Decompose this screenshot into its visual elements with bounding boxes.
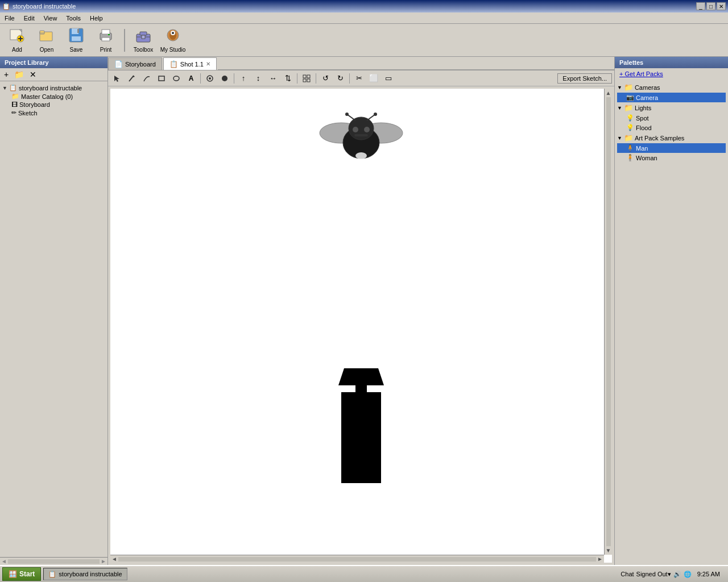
export-sketch-button[interactable]: Export Sketch... <box>557 73 612 84</box>
svg-rect-33 <box>307 75 310 78</box>
flood-label: Flood <box>636 124 652 131</box>
move-lr-tool[interactable]: ↔ <box>266 72 280 85</box>
camera-icon: 📷 <box>626 94 634 101</box>
palette-man-item[interactable]: 🧍 Man <box>617 143 726 153</box>
cursor-tool[interactable] <box>110 72 124 85</box>
menu-edit[interactable]: Edit <box>19 14 39 23</box>
fill-ring-tool[interactable] <box>203 72 217 85</box>
minimize-button[interactable]: _ <box>696 2 705 10</box>
library-toolbar: + 📁 ✕ <box>0 68 107 81</box>
tree-root[interactable]: ▼ 📋 storyboard instructable <box>2 84 105 92</box>
svg-point-42 <box>364 127 370 132</box>
move-updown-tool[interactable]: ↕ <box>251 72 265 85</box>
folder-button[interactable]: 📁 <box>13 69 26 80</box>
open-icon <box>39 27 55 45</box>
palette-camera-item[interactable]: 📷 Camera <box>617 93 726 102</box>
close-button[interactable]: ✕ <box>717 2 726 10</box>
maximize-button[interactable]: □ <box>706 2 715 10</box>
palette-flood-light[interactable]: 💡 Flood <box>617 123 726 132</box>
undo-button[interactable]: ↺ <box>318 72 332 85</box>
palette-lights-folder[interactable]: ▼ 📁 Lights <box>617 102 726 113</box>
catalog-icon: 📁 <box>11 93 19 100</box>
svg-rect-7 <box>40 31 44 33</box>
mystudio-button[interactable]: My Studio <box>159 26 187 55</box>
svg-rect-50 <box>341 392 381 483</box>
palettes-title: Palettes <box>619 59 643 66</box>
palette-artpack-folder[interactable]: ▼ 📁 Art Pack Samples <box>617 132 726 143</box>
palette-woman-item[interactable]: 🧍 Woman <box>617 153 726 163</box>
tree-sketch[interactable]: ✏ Sketch <box>2 109 105 117</box>
horizontal-canvas-scrollbar[interactable]: ◄ ► <box>110 555 604 563</box>
project-tree: ▼ 📋 storyboard instructable 📁 Master Cat… <box>0 81 107 557</box>
move-up-tool[interactable]: ↑ <box>237 72 250 85</box>
storyboard-icon: 🎞 <box>11 101 18 108</box>
paste-button[interactable]: ▭ <box>382 72 395 85</box>
fill-tool[interactable] <box>218 72 231 85</box>
chat-label: Chat <box>621 571 634 577</box>
save-icon <box>68 27 84 45</box>
svg-rect-27 <box>159 76 164 81</box>
clock: 9:25 AM <box>694 569 723 579</box>
woman-label: Woman <box>636 155 657 161</box>
svg-marker-48 <box>338 368 384 385</box>
menu-tools[interactable]: Tools <box>61 14 85 23</box>
menu-file[interactable]: File <box>0 14 19 23</box>
svg-point-30 <box>209 77 211 80</box>
taskbar-app-item[interactable]: 📋 storyboard instructable <box>43 568 127 580</box>
menu-help[interactable]: Help <box>85 14 107 23</box>
title-bar: 📋 storyboard instructable _ □ ✕ <box>0 0 728 13</box>
svg-rect-40 <box>354 134 368 136</box>
toolbox-label: Toolbox <box>134 47 153 53</box>
tree-storyboard[interactable]: 🎞 Storyboard <box>2 101 105 109</box>
tool-separator-4 <box>316 73 316 84</box>
toolbar: Add Open Save <box>0 24 728 57</box>
text-tool[interactable]: A <box>184 72 198 85</box>
palette-spot-light[interactable]: 💡 Spot <box>617 113 726 123</box>
group-tool[interactable] <box>300 72 313 85</box>
man-silhouette <box>336 368 387 494</box>
spot-label: Spot <box>636 115 649 122</box>
rotate-tool[interactable]: ⇅ <box>281 72 295 85</box>
artpack-label: Art Pack Samples <box>635 135 684 142</box>
tab-close-button[interactable]: ✕ <box>206 61 210 67</box>
camera-label: Camera <box>636 94 658 101</box>
ellipse-tool[interactable] <box>169 72 183 85</box>
tab-shot[interactable]: 📋 Shot 1.1 ✕ <box>163 57 217 70</box>
cut-button[interactable]: ✂ <box>352 72 366 85</box>
rect-tool[interactable] <box>155 72 168 85</box>
pen-tool[interactable] <box>140 72 154 85</box>
print-icon <box>98 27 114 45</box>
copy-button[interactable]: ⬜ <box>367 72 380 85</box>
vertical-scrollbar[interactable]: ▲ ▼ <box>604 89 612 555</box>
add-item-button[interactable]: + <box>2 69 10 80</box>
get-art-packs-link[interactable]: + Get Art Packs <box>615 68 728 80</box>
svg-point-41 <box>353 127 358 132</box>
start-button[interactable]: 🪟 Start <box>2 567 41 581</box>
delete-item-button[interactable]: ✕ <box>28 69 38 80</box>
tree-master-catalog[interactable]: 📁 Master Catalog (0) <box>2 92 105 101</box>
taskbar: 🪟 Start 📋 storyboard instructable Chat S… <box>0 565 728 582</box>
tool-separator-5 <box>349 73 350 84</box>
horizontal-scrollbar[interactable]: ◄ ► <box>0 557 107 565</box>
open-button[interactable]: Open <box>33 26 60 55</box>
cameras-folder-icon: 📁 <box>624 83 633 92</box>
cameras-expand-icon: ▼ <box>617 85 622 90</box>
palette-cameras-folder[interactable]: ▼ 📁 Cameras <box>617 82 726 93</box>
svg-rect-15 <box>108 34 110 35</box>
taskbar-app-icon: 📋 <box>48 571 56 578</box>
svg-marker-24 <box>114 76 119 82</box>
print-button[interactable]: Print <box>92 26 119 55</box>
add-button[interactable]: Add <box>3 26 31 55</box>
menu-view[interactable]: View <box>39 14 62 23</box>
network-icon: 🌐 <box>684 571 692 578</box>
start-label: Start <box>19 570 35 578</box>
toolbox-button[interactable]: Toolbox <box>130 26 157 55</box>
pencil-tool[interactable] <box>125 72 139 85</box>
svg-rect-13 <box>102 30 110 34</box>
save-button[interactable]: Save <box>63 26 90 55</box>
palettes-header: Palettes <box>615 57 728 68</box>
svg-point-47 <box>374 113 377 116</box>
tab-storyboard[interactable]: 📄 Storyboard <box>108 57 162 70</box>
app-icon: 📋 <box>2 3 10 10</box>
redo-button[interactable]: ↻ <box>333 72 347 85</box>
